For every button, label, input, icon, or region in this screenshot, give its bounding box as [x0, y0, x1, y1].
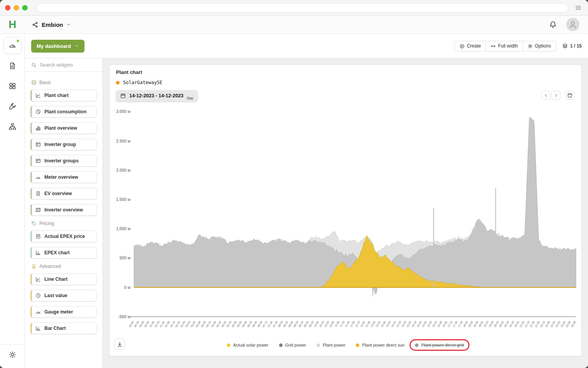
plant-chart-widget: Plant chart SolarGatewaySE 14-12-2023 - …: [109, 65, 582, 356]
settings-button[interactable]: [9, 351, 16, 359]
widget-item-meter-overview[interactable]: Meter overview: [30, 171, 97, 183]
widget-item-plant-chart[interactable]: Plant chart: [30, 90, 97, 101]
widget-item-inverter-overview[interactable]: Inverter overview: [30, 204, 97, 216]
widget-item-line-chart[interactable]: Line Chart: [30, 273, 97, 285]
search-icon: [31, 62, 37, 68]
legend-dot: [415, 343, 419, 347]
widget-item-last-value[interactable]: Last value: [30, 290, 97, 301]
maximize-window-button[interactable]: [22, 5, 28, 11]
chart-line-icon: [35, 276, 41, 282]
notifications-button[interactable]: [549, 21, 557, 28]
chart-legend: Actual solar powerGrid powerPlant powerP…: [227, 338, 464, 352]
wrench-icon: [9, 102, 16, 110]
legend-dot: [356, 343, 359, 347]
sidebar-rail: [0, 34, 25, 368]
rail-item-tools[interactable]: [4, 98, 21, 115]
widget-item-inverter-group[interactable]: Inverter group: [30, 139, 97, 150]
y-tick-label: 2.500 w: [116, 139, 130, 143]
minimize-window-button[interactable]: [14, 5, 19, 11]
doc-icon: [9, 62, 16, 70]
table-icon: [35, 142, 41, 147]
create-button[interactable]: Create: [454, 41, 486, 51]
widget-item-label: Last value: [44, 293, 67, 298]
plant-chart-plot[interactable]: 3.000 w2.500 w2.000 w1.500 w1.000 w500 w…: [113, 99, 580, 338]
clock-icon: [35, 293, 41, 298]
widget-item-bar-chart[interactable]: Bar Chart: [30, 322, 97, 334]
browser-menu-icon[interactable]: [575, 4, 582, 11]
address-bar[interactable]: [37, 3, 569, 13]
rail-item-widgets[interactable]: [4, 77, 21, 95]
dashboard-canvas: Plant chart SolarGatewaySE 14-12-2023 - …: [103, 58, 588, 368]
stack-icon: [31, 80, 37, 85]
active-indicator-dot: [17, 40, 19, 42]
calendar-icon: [567, 93, 572, 98]
section-label: Pricing: [39, 221, 54, 226]
dashboard-page-indicator: 1 / 15: [562, 43, 582, 49]
widget-item-label: EPEX chart: [44, 250, 70, 255]
power-spike: [495, 188, 496, 287]
full-width-button[interactable]: Full width: [486, 41, 523, 51]
calendar-picker-button[interactable]: [565, 91, 574, 100]
meter-icon: [35, 309, 41, 315]
widget-item-label: Bar Chart: [44, 326, 66, 331]
rail-item-documents[interactable]: [4, 57, 21, 74]
badge-icon: [31, 264, 37, 269]
widget-item-label: Plant chart: [44, 93, 69, 98]
rail-item-sites[interactable]: [4, 118, 21, 135]
chevron-left-icon: [544, 93, 548, 98]
bars-icon: [35, 250, 41, 255]
widget-item-label: Meter overview: [44, 174, 78, 180]
speedometer-icon: [9, 42, 16, 49]
app-header: H Embion: [0, 16, 588, 34]
ev-icon: [35, 191, 41, 196]
grid-icon: [9, 82, 16, 90]
table-icon: [35, 158, 41, 164]
x-tick-label: 11:06: [334, 320, 340, 328]
power-spike: [375, 287, 376, 293]
legend-item-plant-power-direct-grid[interactable]: Plant power direct grid: [415, 343, 464, 347]
next-range-button[interactable]: [551, 91, 560, 100]
legend-label: Plant power direct grid: [421, 343, 464, 347]
y-tick-label: 1.500 w: [116, 197, 130, 202]
section-label: Advanced: [39, 264, 61, 269]
power-spike: [372, 287, 373, 296]
prev-range-button[interactable]: [541, 91, 550, 100]
legend-label: Plant power: [323, 343, 345, 347]
x-tick-label: 10:50: [329, 320, 334, 328]
x-tick-label: 11:23: [339, 320, 345, 328]
dashboard-selector-button[interactable]: My dashboard: [31, 40, 85, 53]
widget-item-gauge-meter[interactable]: Gauge meter: [30, 306, 97, 318]
user-avatar[interactable]: [566, 18, 579, 31]
chart-line-icon: [35, 93, 41, 98]
legend-item-grid-power[interactable]: Grid power: [279, 343, 306, 347]
x-tick-label: 23:59: [570, 320, 576, 328]
close-window-button[interactable]: [5, 5, 11, 11]
legend-item-plant-power[interactable]: Plant power: [317, 343, 345, 347]
legend-item-actual-solar-power[interactable]: Actual solar power: [227, 343, 269, 347]
org-selector[interactable]: Embion: [32, 21, 71, 28]
person-icon: [569, 20, 577, 29]
legend-item-plant-power-direct-sun[interactable]: Plant power direct sun: [356, 343, 405, 347]
y-tick-label: 500 w: [120, 255, 130, 260]
app-logo[interactable]: H: [0, 19, 25, 31]
power-spike: [433, 208, 434, 287]
browser-chrome: [0, 0, 588, 16]
widget-item-epex-chart[interactable]: EPEX chart: [30, 247, 97, 259]
browser-window: H Embion My dashboard Create: [0, 0, 588, 368]
legend-label: Actual solar power: [233, 343, 269, 347]
download-button[interactable]: [114, 339, 125, 350]
legend-dot: [227, 343, 231, 347]
options-button[interactable]: Options: [523, 41, 556, 51]
widget-item-label: Inverter group: [44, 142, 76, 147]
section-header-basic: Basic: [31, 80, 96, 85]
widget-item-plant-overview[interactable]: Plant overview: [30, 122, 97, 134]
widget-item-inverter-groups[interactable]: Inverter groups: [30, 155, 97, 167]
widget-item-label: Line Chart: [44, 276, 67, 282]
chevron-down-icon: [74, 44, 79, 48]
y-tick-label: 0 w: [124, 285, 131, 290]
widget-item-ev-overview[interactable]: EV overview: [30, 188, 97, 199]
widget-item-actual-epex-price[interactable]: Actual EPEX price: [30, 231, 97, 242]
rail-item-dashboard[interactable]: [4, 37, 21, 54]
search-widgets-input[interactable]: [40, 62, 91, 68]
widget-item-plant-consumption[interactable]: Plant consumption: [30, 106, 97, 118]
